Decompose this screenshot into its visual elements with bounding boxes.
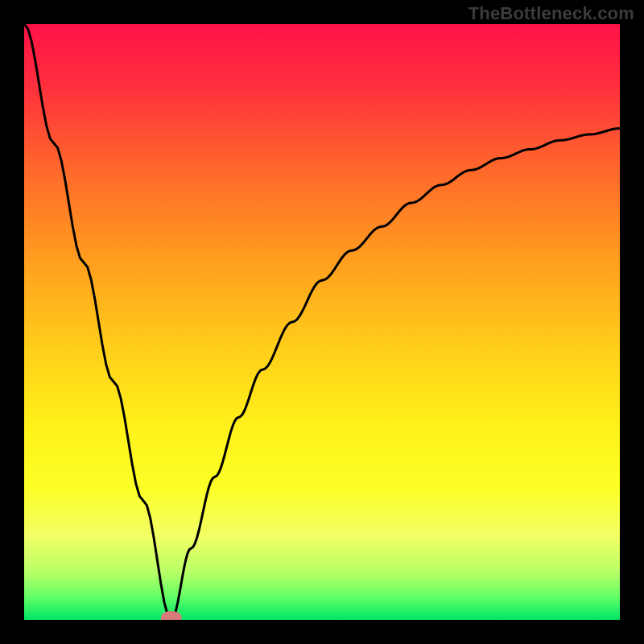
chart-svg: [24, 24, 620, 620]
chart-frame: TheBottleneck.com: [0, 0, 644, 644]
watermark-text: TheBottleneck.com: [469, 3, 634, 24]
plot-area: [24, 24, 620, 620]
gradient-background: [24, 24, 620, 620]
